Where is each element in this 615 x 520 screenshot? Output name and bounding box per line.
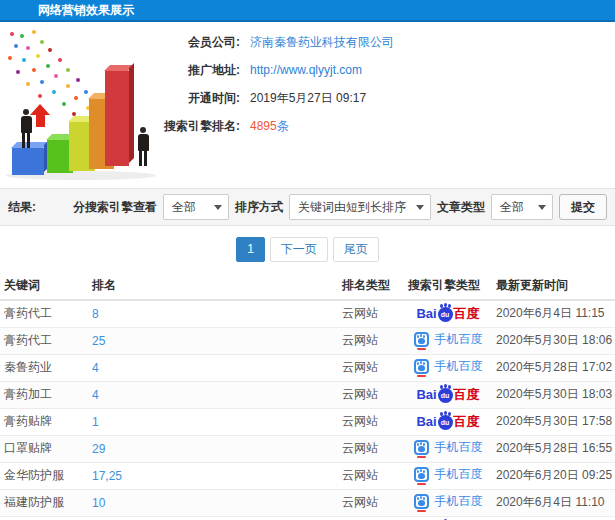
rank-link[interactable]: 8 — [92, 307, 99, 321]
caret-down-icon — [214, 205, 222, 214]
engine-rank-value: 4895条 — [250, 112, 289, 140]
baidu-logo: Bai du 百度 — [416, 305, 479, 323]
update-time-cell: 2020年5月28日 16:55 — [492, 435, 615, 462]
member-company-row: 会员公司: 济南秦鲁药业科技有限公司 — [155, 28, 615, 56]
table-row: 膏药代工 25 云网站 手机百度 2020年5月30日 18:06 — [0, 327, 615, 354]
mobile-baidu-paw-icon — [414, 467, 429, 482]
engine-rank-row: 搜索引擎排名: 4895条 — [155, 112, 615, 140]
keyword-cell: 金华防护服 — [0, 462, 88, 489]
table-row: 福建防护服 10 云网站 手机百度 2020年6月4日 11:10 — [0, 489, 615, 516]
update-time-cell: 2020年5月30日 18:03 — [492, 381, 615, 408]
caret-down-icon — [416, 205, 424, 214]
engine-filter-value: 全部 — [172, 199, 196, 216]
update-time-cell: 2020年6月4日 11:10 — [492, 489, 615, 516]
mobile-baidu-logo: 手机百度 — [414, 466, 483, 483]
mobile-baidu-logo: 手机百度 — [414, 493, 483, 510]
table-row: 秦鲁药业 4 云网站 手机百度 2020年5月28日 17:02 — [0, 354, 615, 381]
baidu-paw-icon: du — [438, 307, 453, 322]
keyword-cell: 膏药代工 — [0, 327, 88, 354]
keyword-cell — [0, 516, 88, 520]
engine-cell: 手机百度 — [404, 462, 492, 489]
chart-bar-5 — [105, 71, 129, 166]
rank-type-cell: 云网站 — [338, 435, 404, 462]
filter-bar: 结果: 分搜索引擎查看 全部 排序方式 关键词由短到长排序 文章类型 全部 提交 — [0, 188, 615, 226]
article-type-value: 全部 — [500, 199, 524, 216]
keyword-cell: 膏药代工 — [0, 300, 88, 327]
update-time-cell: 2020年6月4日 11:15 — [492, 300, 615, 327]
promo-url-link[interactable]: http://www.qlyyjt.com — [250, 56, 362, 84]
page-1-button[interactable]: 1 — [236, 237, 265, 262]
open-time-value: 2019年5月27日 09:17 — [250, 84, 366, 112]
engine-cell: Bai du 百度 — [404, 381, 492, 408]
engine-cell: 手机百度 — [404, 327, 492, 354]
rank-type-cell: 云网站 — [338, 408, 404, 435]
businessman-figure-right — [135, 127, 151, 166]
caret-down-icon — [538, 205, 546, 214]
mobile-baidu-paw-icon — [414, 440, 429, 455]
results-table-body: 膏药代工 8 云网站 Bai du 百度 2020年6月4日 11:15 膏药代… — [0, 300, 615, 520]
chart-bar-1 — [12, 148, 44, 175]
table-row: 膏药加工 4 云网站 Bai du 百度 2020年5月30日 18:03 — [0, 381, 615, 408]
baidu-logo: Bai du 百度 — [416, 413, 479, 431]
update-time-cell: 2020年5月30日 17:58 — [492, 408, 615, 435]
baidu-paw-icon: du — [438, 415, 453, 430]
mobile-baidu-logo: 手机百度 — [414, 331, 483, 348]
results-table: 关键词 排名 排名类型 搜索引擎类型 最新更新时间 膏药代工 8 云网站 Bai… — [0, 272, 615, 520]
businessman-figure-left — [18, 109, 34, 148]
column-header-rank-type: 排名类型 — [338, 272, 404, 300]
engine-cell: 手机百度 — [404, 435, 492, 462]
keyword-cell: 秦鲁药业 — [0, 354, 88, 381]
table-header-row: 关键词 排名 排名类型 搜索引擎类型 最新更新时间 — [0, 272, 615, 300]
rank-type-cell: 云网站 — [338, 327, 404, 354]
column-header-keyword: 关键词 — [0, 272, 88, 300]
rank-link[interactable]: 10 — [92, 496, 105, 510]
rank-link[interactable]: 29 — [92, 442, 105, 456]
mobile-baidu-paw-icon — [414, 332, 429, 347]
company-info-section: 会员公司: 济南秦鲁药业科技有限公司 推广地址: http://www.qlyy… — [0, 22, 615, 188]
sort-filter-value: 关键词由短到长排序 — [298, 199, 406, 216]
mobile-baidu-paw-icon — [414, 359, 429, 374]
engine-cell: Bai du 百度 — [404, 408, 492, 435]
engine-cell: Bai du 百度 — [404, 516, 492, 520]
rank-type-cell: 云网站 — [338, 354, 404, 381]
update-time-cell: 2020年5月30日 18:06 — [492, 327, 615, 354]
baidu-paw-icon: du — [438, 388, 453, 403]
filter-controls: 分搜索引擎查看 全部 排序方式 关键词由短到长排序 文章类型 全部 提交 — [73, 194, 607, 220]
keyword-cell: 膏药加工 — [0, 381, 88, 408]
title-bar: 网络营销效果展示 — [0, 0, 615, 22]
company-info-list: 会员公司: 济南秦鲁药业科技有限公司 推广地址: http://www.qlyy… — [155, 22, 615, 140]
sort-filter-select[interactable]: 关键词由短到长排序 — [289, 194, 431, 220]
keyword-cell: 福建防护服 — [0, 489, 88, 516]
update-time-cell: 2020年5月28日 17:02 — [492, 354, 615, 381]
rank-link[interactable]: 25 — [92, 334, 105, 348]
table-row: 膏药贴牌 1 云网站 Bai du 百度 2020年5月30日 17:58 — [0, 408, 615, 435]
rank-type-cell: 云网站 — [338, 462, 404, 489]
table-row: 口罩贴牌 29 云网站 手机百度 2020年5月28日 16:55 — [0, 435, 615, 462]
article-type-select[interactable]: 全部 — [491, 194, 553, 220]
result-label: 结果: — [8, 199, 36, 216]
promo-url-row: 推广地址: http://www.qlyyjt.com — [155, 56, 615, 84]
page-title: 网络营销效果展示 — [38, 2, 134, 19]
rank-link[interactable]: 1 — [92, 415, 99, 429]
bar-chart-illustration — [0, 28, 170, 182]
update-time-cell — [492, 516, 615, 520]
rank-link[interactable]: 17,25 — [92, 469, 122, 483]
engine-filter-select[interactable]: 全部 — [163, 194, 229, 220]
last-page-button[interactable]: 尾页 — [333, 237, 379, 262]
update-time-cell: 2020年6月20日 09:25 — [492, 462, 615, 489]
keyword-cell: 膏药贴牌 — [0, 408, 88, 435]
rank-type-cell: 云网站 — [338, 300, 404, 327]
rank-link[interactable]: 4 — [92, 388, 99, 402]
confetti-dots — [10, 32, 14, 36]
rank-link[interactable]: 4 — [92, 361, 99, 375]
submit-button[interactable]: 提交 — [559, 194, 607, 220]
article-type-label: 文章类型 — [437, 199, 485, 216]
member-company-link[interactable]: 济南秦鲁药业科技有限公司 — [250, 28, 394, 56]
pagination: 1 下一页 尾页 — [0, 226, 615, 272]
next-page-button[interactable]: 下一页 — [270, 237, 328, 262]
table-row: 金华防护服 17,25 云网站 手机百度 2020年6月20日 09:25 — [0, 462, 615, 489]
mobile-baidu-logo: 手机百度 — [414, 439, 483, 456]
column-header-update-time: 最新更新时间 — [492, 272, 615, 300]
engine-cell: 手机百度 — [404, 354, 492, 381]
engine-cell: 手机百度 — [404, 489, 492, 516]
